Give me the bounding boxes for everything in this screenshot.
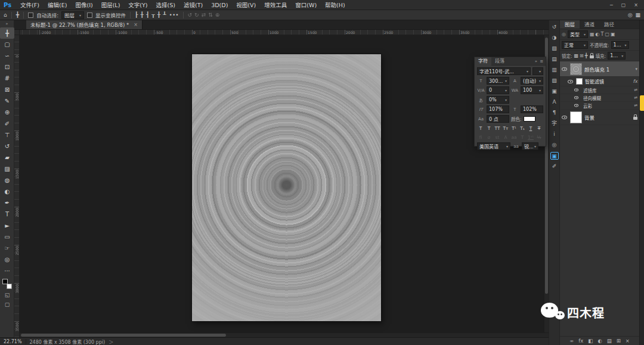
layer-thumbnail[interactable] xyxy=(570,111,582,123)
filter-kind-icon[interactable]: ▦ xyxy=(590,32,595,37)
dodge-tool[interactable]: ◐ xyxy=(0,186,14,197)
horizontal-scrollbar[interactable] xyxy=(20,332,549,337)
blend-mode-select[interactable]: 正常▾ xyxy=(562,41,588,49)
tab-channels[interactable]: 通道 xyxy=(580,20,599,29)
zoom-tool[interactable]: ◎ xyxy=(0,254,14,265)
filter-kind-select[interactable]: 类型▾ xyxy=(568,30,588,38)
filter-kind-icon[interactable]: ◐ xyxy=(596,32,600,37)
link-layers-icon[interactable]: ∞ xyxy=(569,338,574,344)
smart-filter-collapse-icon[interactable]: ▾ xyxy=(635,67,637,72)
filter-name[interactable]: 云彩 xyxy=(583,102,592,109)
baseline-shift-field[interactable]: 0 点 xyxy=(487,115,509,123)
marquee-tool[interactable]: ▢ xyxy=(0,39,14,50)
menu-item[interactable]: 帮助(H) xyxy=(321,0,349,10)
frame-tool[interactable]: ⊠ xyxy=(0,84,14,95)
type-tool[interactable]: T xyxy=(0,209,14,220)
smart-filters-row[interactable]: 智能滤镜 fx xyxy=(560,77,639,86)
brush-tool[interactable]: ✐ xyxy=(0,118,14,129)
proportional-spacing-field[interactable]: 0%▾ xyxy=(487,96,509,104)
align-icon[interactable]: ┰ xyxy=(151,11,154,20)
align-icon[interactable]: ┸ xyxy=(163,11,166,20)
gradients-panel-icon[interactable]: ▥ xyxy=(550,66,559,74)
window-control-button[interactable]: ▢ xyxy=(621,2,626,8)
fill-field[interactable]: 100%▾ xyxy=(608,52,626,60)
color-panel-icon[interactable]: ▧ xyxy=(550,45,559,52)
auto-select-checkbox[interactable] xyxy=(28,13,33,18)
hand-tool[interactable]: ☞ xyxy=(0,243,14,254)
libraries-edge-tab[interactable] xyxy=(640,95,644,111)
adjustments-panel-icon[interactable]: ◑ xyxy=(550,34,559,42)
glyphs-panel-icon[interactable]: 字 xyxy=(550,120,559,128)
menu-item[interactable]: 选择(S) xyxy=(152,0,179,10)
vertical-scale-field[interactable]: 107% xyxy=(487,105,509,113)
crop-tool[interactable]: # xyxy=(0,73,14,84)
home-icon[interactable]: ⌂ xyxy=(4,11,7,20)
panel-menu-icon[interactable]: ≡ xyxy=(540,59,543,64)
foreground-color-swatch[interactable] xyxy=(2,279,8,284)
opentype-button[interactable]: aa xyxy=(510,133,518,141)
align-icon[interactable]: ╂ xyxy=(140,11,143,20)
menu-item[interactable]: 图层(L) xyxy=(97,0,125,10)
filter-mask-thumbnail[interactable] xyxy=(576,78,583,85)
healing-brush-tool[interactable]: ⊕ xyxy=(0,107,14,118)
color-swatches[interactable] xyxy=(2,279,12,289)
edit-toolbar-icon[interactable]: ··· xyxy=(0,265,14,276)
visibility-toggle[interactable] xyxy=(572,104,581,107)
visibility-toggle[interactable] xyxy=(572,96,581,100)
filter-row-clouds[interactable]: 云彩 ⇌ xyxy=(560,102,639,110)
menu-item[interactable]: 文件(F) xyxy=(16,0,44,10)
tab-character[interactable]: 字符 xyxy=(475,57,491,66)
font-size-field[interactable]: 300 点▾ xyxy=(487,77,509,85)
text-style-button[interactable]: T₁ xyxy=(519,125,526,132)
tab-close-icon[interactable]: × xyxy=(134,22,138,27)
opentype-button[interactable]: σ xyxy=(485,133,493,141)
gradient-tool[interactable]: ▨ xyxy=(0,163,14,175)
filter-blend-options-icon[interactable]: ⇌ xyxy=(634,103,637,108)
text-style-button[interactable]: T¹ xyxy=(510,125,518,132)
lock-icon[interactable]: ⊞ xyxy=(580,53,584,58)
clone-stamp-tool[interactable]: ⊤ xyxy=(0,129,14,141)
font-style-select[interactable]: ▾ xyxy=(532,67,543,75)
menu-item[interactable]: 文字(Y) xyxy=(124,0,151,10)
document-canvas[interactable] xyxy=(192,54,381,321)
align-icon[interactable]: ╂ xyxy=(157,11,160,20)
scrollbar-thumb[interactable] xyxy=(21,334,226,337)
language-select[interactable]: 美国英语▾ xyxy=(477,142,510,150)
new-group-icon[interactable]: ▤ xyxy=(607,338,612,344)
visibility-toggle[interactable] xyxy=(560,116,569,119)
new-layer-icon[interactable]: ⊞ xyxy=(617,338,621,344)
canvas-viewport[interactable] xyxy=(20,35,549,332)
menu-item[interactable]: 窗口(W) xyxy=(291,0,321,10)
paragraph-panel-icon[interactable]: ¶ xyxy=(550,109,559,117)
filter-kind-icon[interactable]: T xyxy=(601,32,604,37)
tab-paragraph[interactable]: 段落 xyxy=(491,57,508,66)
layer-row-background[interactable]: 背景 xyxy=(560,110,639,125)
quick-mask-icon[interactable]: ◱ xyxy=(0,290,14,300)
text-style-button[interactable]: T xyxy=(485,125,493,132)
background-color-swatch[interactable] xyxy=(7,284,12,289)
opentype-button[interactable]: ½ xyxy=(535,133,543,141)
history-panel-icon[interactable]: ↺ xyxy=(550,23,559,31)
info-panel-icon[interactable]: i xyxy=(550,130,559,138)
new-adjustment-layer-icon[interactable]: ◐ xyxy=(597,338,602,344)
lock-all-icon[interactable] xyxy=(590,55,594,58)
antialias-select[interactable]: 锐利▾ xyxy=(522,142,538,150)
tab-layers[interactable]: 图层 xyxy=(560,20,580,29)
opentype-button[interactable]: st xyxy=(494,133,501,141)
tracking-field[interactable]: 100▾ xyxy=(521,86,543,94)
visibility-toggle[interactable] xyxy=(566,80,575,83)
object-selection-tool[interactable]: ⊡ xyxy=(0,61,14,73)
character-panel-icon[interactable]: A xyxy=(550,98,559,106)
toolbar-collapse-icon[interactable]: » xyxy=(0,20,14,27)
zoom-level-field[interactable]: 22.71% xyxy=(0,339,26,344)
blur-tool[interactable]: ◍ xyxy=(0,175,14,186)
filter-row-radial-blur[interactable]: 径向模糊 ⇌ xyxy=(560,94,639,102)
panel-collapse-icon[interactable]: » xyxy=(535,59,537,64)
filter-blend-options-icon[interactable]: ⇌ xyxy=(634,88,637,92)
history-brush-tool[interactable]: ↺ xyxy=(0,141,14,152)
opentype-button[interactable]: T xyxy=(519,133,526,141)
menu-item[interactable]: 滤镜(T) xyxy=(179,0,207,10)
lock-icon[interactable]: ╋ xyxy=(585,53,588,58)
eyedropper-tool[interactable]: ✎ xyxy=(0,95,14,107)
lasso-tool[interactable]: ∽ xyxy=(0,50,14,61)
